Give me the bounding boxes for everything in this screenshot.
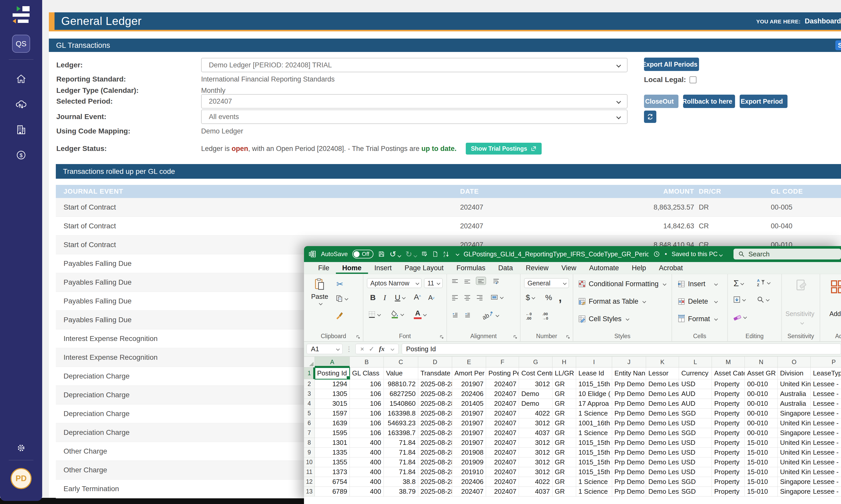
insert-function-icon[interactable]: fx xyxy=(379,345,385,353)
sheet-cell[interactable]: 201910 xyxy=(452,467,486,477)
borders-button[interactable] xyxy=(368,311,380,318)
sheet-cell[interactable]: 1001_16th xyxy=(576,418,612,428)
font-name-select[interactable]: Aptos Narrow xyxy=(367,278,422,288)
sheet-cell[interactable]: 202407 xyxy=(486,438,519,448)
sheet-cell[interactable]: Transdate xyxy=(418,367,452,379)
sheet-cell[interactable]: 1 Science xyxy=(576,409,612,418)
row-header-7[interactable]: 7 xyxy=(304,428,315,438)
sheet-cell[interactable]: 202407 xyxy=(486,477,519,487)
sheet-cell[interactable]: USD xyxy=(679,418,712,428)
sidebar-item-sync[interactable] xyxy=(15,98,27,111)
sheet-cell[interactable]: Demo Lessor xyxy=(646,467,679,477)
sheet-cell[interactable]: 6789 xyxy=(315,487,350,497)
sheet-cell[interactable]: Australia xyxy=(778,389,811,399)
tab-acrobat[interactable]: Acrobat xyxy=(652,262,689,274)
sheet-cell[interactable]: 201907 xyxy=(452,438,486,448)
column-header-L[interactable]: L xyxy=(679,357,712,367)
sheet-cell[interactable]: USD xyxy=(679,379,712,389)
tab-review[interactable]: Review xyxy=(519,262,555,274)
column-header-F[interactable]: F xyxy=(486,357,519,367)
sheet-cell[interactable]: AUD xyxy=(679,389,712,399)
align-center-icon[interactable] xyxy=(464,295,471,300)
sheet-cell[interactable]: 1015_15th xyxy=(576,379,612,389)
app-logo-icon[interactable] xyxy=(13,6,30,23)
sheet-cell[interactable]: United Kingdom xyxy=(778,418,811,428)
sheet-cell[interactable]: Prp Demo E xyxy=(612,438,646,448)
sheet-cell[interactable]: Division xyxy=(778,367,811,379)
sheet-cell[interactable]: Demo Lessor xyxy=(646,418,679,428)
more-commands-chevron[interactable] xyxy=(456,252,459,256)
sheet-cell[interactable]: 1305 xyxy=(315,389,350,399)
decrease-font-button[interactable]: Av xyxy=(428,294,434,302)
tab-data[interactable]: Data xyxy=(492,262,519,274)
sheet-cell[interactable]: Demo Lessor xyxy=(646,409,679,418)
sheet-cell[interactable]: 1015_15th xyxy=(576,448,612,457)
sheet-cell[interactable]: 202407 xyxy=(486,399,519,409)
column-header-O[interactable]: O xyxy=(778,357,811,367)
column-header-K[interactable]: K xyxy=(646,357,679,367)
sheet-cell[interactable]: Asset Cate xyxy=(712,367,745,379)
sheet-cell[interactable]: 71.84 xyxy=(384,438,418,448)
sheet-cell[interactable]: 201907 xyxy=(452,428,486,438)
sheet-cell[interactable]: Property xyxy=(712,418,745,428)
tab-file[interactable]: File xyxy=(312,262,336,274)
sheet-cell[interactable]: 00-010 xyxy=(745,379,778,389)
sheet-cell[interactable]: Lessee - xyxy=(811,457,841,467)
sheet-cell[interactable]: 400 xyxy=(350,467,384,477)
sheet-cell[interactable]: 201907 xyxy=(452,418,486,428)
sheet-cell[interactable]: 00-010 xyxy=(745,428,778,438)
sheet-cell[interactable]: 1639 xyxy=(315,418,350,428)
sheet-cell[interactable]: 202407 xyxy=(486,418,519,428)
sheet-cell[interactable]: Cost Centr xyxy=(519,367,552,379)
sheet-cell[interactable]: Lessee - xyxy=(811,448,841,457)
breadcrumb-current[interactable]: Dashboard xyxy=(805,17,841,25)
sheet-cell[interactable]: Singapore xyxy=(778,487,811,497)
sheet-cell[interactable]: 2025-08-28 xyxy=(418,467,452,477)
sheet-cell[interactable]: 2025-08-28 xyxy=(418,409,452,418)
column-header-P[interactable]: P xyxy=(811,357,841,367)
sheet-cell[interactable]: 2025-08-28 xyxy=(418,477,452,487)
sheet-cell[interactable]: 3012 xyxy=(519,457,552,467)
sheet-cell[interactable]: 15-010 xyxy=(745,438,778,448)
sheet-cell[interactable]: Property xyxy=(712,487,745,497)
local-legal-checkbox[interactable] xyxy=(690,76,696,83)
selected-period-select[interactable]: 202407 xyxy=(201,94,628,109)
row-header-13[interactable]: 13 xyxy=(304,487,315,497)
tab-insert[interactable]: Insert xyxy=(368,262,398,274)
align-left-icon[interactable] xyxy=(452,295,458,300)
sheet-cell[interactable]: 6754 xyxy=(315,477,350,487)
align-bottom-icon[interactable] xyxy=(476,277,486,285)
tab-page-layout[interactable]: Page Layout xyxy=(398,262,450,274)
sheet-cell[interactable]: 400 xyxy=(350,477,384,487)
delete-cells-button[interactable]: Delete xyxy=(677,297,717,305)
sheet-cell[interactable]: Demo xyxy=(519,389,552,399)
sheet-cell[interactable]: Property xyxy=(712,438,745,448)
sheet-cell[interactable]: 71.84 xyxy=(384,467,418,477)
sheet-cell[interactable]: 3015 xyxy=(315,399,350,409)
sheet-cell[interactable]: Lessor xyxy=(646,367,679,379)
sheet-cell[interactable]: Currency xyxy=(679,367,712,379)
sheet-cell[interactable]: United Kingdom xyxy=(778,438,811,448)
closeout-button[interactable]: CloseOut xyxy=(644,95,678,108)
sheet-cell[interactable]: Australia xyxy=(778,399,811,409)
tab-help[interactable]: Help xyxy=(625,262,652,274)
sheet-cell[interactable]: 163398.8 xyxy=(384,409,418,418)
row-header-3[interactable]: 3 xyxy=(304,389,315,399)
increase-font-button[interactable]: A^ xyxy=(414,293,421,301)
sheet-cell[interactable]: Demo xyxy=(519,399,552,409)
align-top-icon[interactable] xyxy=(452,279,458,284)
sheet-cell[interactable]: Singapore xyxy=(778,477,811,487)
number-format-select[interactable]: General xyxy=(524,278,569,288)
orientation-icon[interactable]: ab↗ xyxy=(482,312,499,319)
sheet-cell[interactable]: USD xyxy=(679,438,712,448)
sheet-cell[interactable]: 2025-08-28 xyxy=(418,399,452,409)
cancel-icon[interactable]: × xyxy=(360,345,364,353)
sheet-cell[interactable]: 10 Elidge ( xyxy=(576,389,612,399)
sheet-cell[interactable]: GR xyxy=(552,438,576,448)
sidebar-item-settings[interactable] xyxy=(16,443,26,453)
sheet-cell[interactable]: GR xyxy=(552,399,576,409)
conditional-formatting-button[interactable]: Conditional Formatting xyxy=(578,280,666,288)
sheet-cell[interactable]: Prp Demo E xyxy=(612,418,646,428)
search-input[interactable]: Search xyxy=(733,249,841,259)
sheet-cell[interactable]: 201909 xyxy=(452,457,486,467)
